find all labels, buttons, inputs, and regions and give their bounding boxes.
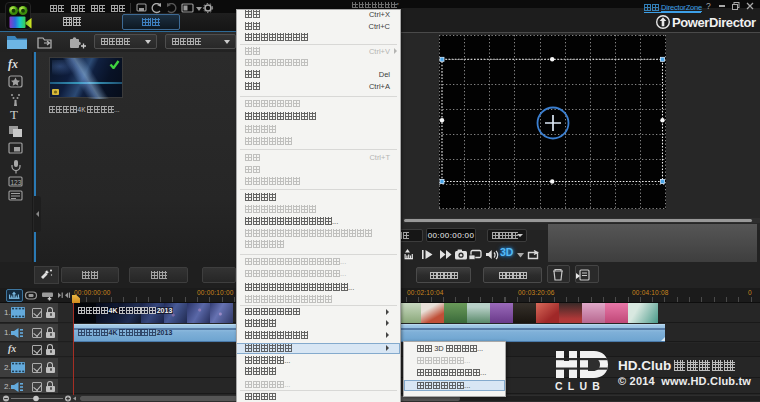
svg-text:123: 123 (11, 179, 22, 186)
svg-text:CLUB: CLUB (555, 380, 605, 392)
svg-text:T: T (10, 107, 18, 122)
